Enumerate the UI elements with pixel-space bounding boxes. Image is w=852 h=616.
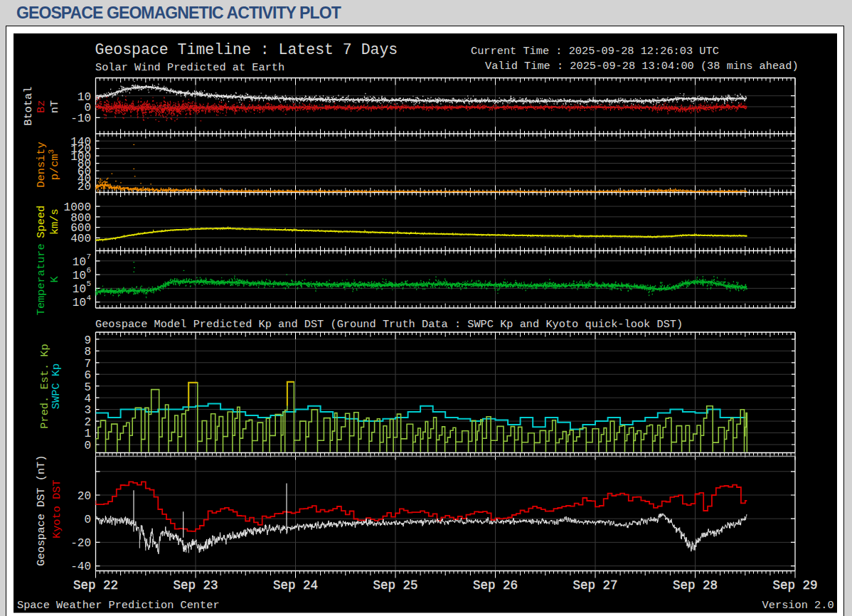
svg-text:6: 6 <box>84 369 91 382</box>
svg-text:Geospace DST (nT): Geospace DST (nT) <box>36 455 48 566</box>
svg-text:K: K <box>48 275 61 282</box>
svg-text:1: 1 <box>84 428 91 440</box>
svg-text:SWPC Kp: SWPC Kp <box>50 363 63 409</box>
svg-text:20: 20 <box>78 490 91 503</box>
svg-text:-20: -20 <box>70 537 91 550</box>
svg-text:4: 4 <box>87 294 92 302</box>
svg-text:Bz: Bz <box>35 100 48 113</box>
svg-text:Speed: Speed <box>35 206 48 238</box>
svg-text:1000: 1000 <box>64 201 91 214</box>
svg-text:Space Weather Prediction Cente: Space Weather Prediction Center <box>17 599 220 612</box>
svg-text:0: 0 <box>84 440 91 452</box>
svg-text:2: 2 <box>84 416 91 429</box>
svg-text:9: 9 <box>84 334 91 347</box>
svg-text:6: 6 <box>87 266 92 275</box>
svg-text:7: 7 <box>87 253 92 261</box>
svg-text:Geospace Model Predicted Kp an: Geospace Model Predicted Kp and DST (Gro… <box>95 318 683 331</box>
svg-text:140: 140 <box>70 136 91 149</box>
svg-text:Valid Time : 2025-09-28 13:04:: Valid Time : 2025-09-28 13:04:00 (38 min… <box>485 60 799 73</box>
svg-text:5: 5 <box>84 381 91 394</box>
svg-text:Sep 25: Sep 25 <box>373 578 417 593</box>
svg-text:4: 4 <box>84 393 91 405</box>
svg-text:Version 2.0: Version 2.0 <box>762 599 834 612</box>
svg-text:Density: Density <box>35 142 48 187</box>
svg-text:10: 10 <box>73 256 86 269</box>
svg-text:Sep 23: Sep 23 <box>173 578 218 593</box>
svg-text:-40: -40 <box>70 561 91 573</box>
svg-text:10: 10 <box>73 270 86 282</box>
svg-text:Sep 29: Sep 29 <box>772 578 817 593</box>
svg-text:nT: nT <box>48 100 61 113</box>
svg-text:Kyoto DST: Kyoto DST <box>50 479 63 538</box>
svg-text:km/s: km/s <box>48 208 61 235</box>
svg-text:Sep 24: Sep 24 <box>273 578 318 593</box>
svg-text:8: 8 <box>84 346 91 359</box>
svg-text:Sep 27: Sep 27 <box>573 578 617 593</box>
svg-text:Temperature: Temperature <box>35 243 48 315</box>
svg-text:Geospace Timeline : Latest 7 D: Geospace Timeline : Latest 7 Days <box>95 41 398 58</box>
svg-text:Sep 26: Sep 26 <box>473 578 518 593</box>
svg-text:3: 3 <box>84 404 91 417</box>
svg-text:Solar Wind Predicted at Earth: Solar Wind Predicted at Earth <box>95 61 284 74</box>
svg-text:Sep 22: Sep 22 <box>73 578 118 593</box>
svg-text:7: 7 <box>84 358 91 371</box>
svg-text:Current Time : 2025-09-28 12:2: Current Time : 2025-09-28 12:26:03 UTC <box>471 45 719 58</box>
svg-text:-10: -10 <box>70 112 91 125</box>
svg-text:0: 0 <box>84 514 91 526</box>
svg-text:Sep 28: Sep 28 <box>673 578 718 593</box>
svg-text:10: 10 <box>73 283 86 296</box>
svg-text:10: 10 <box>73 297 86 309</box>
svg-text:Btotal: Btotal <box>22 87 35 126</box>
svg-text:5: 5 <box>87 280 92 288</box>
